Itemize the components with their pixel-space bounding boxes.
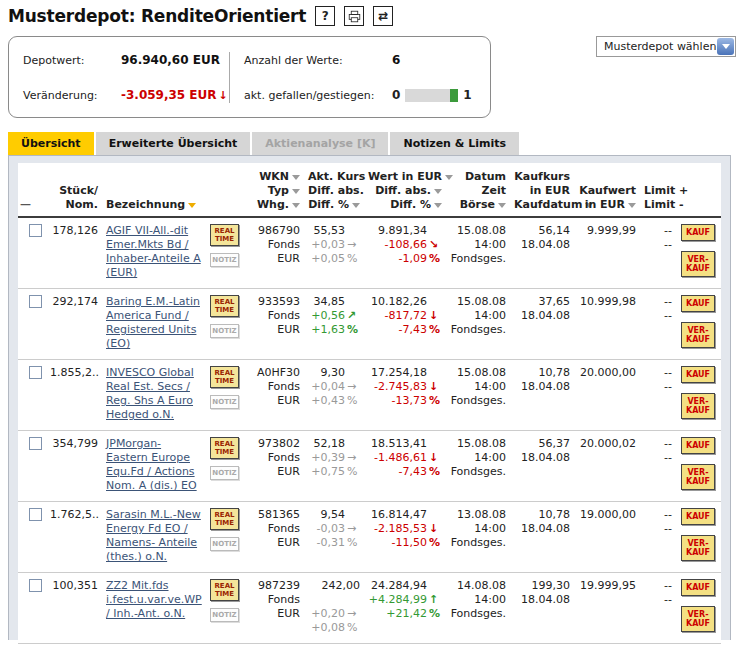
sort-kaufwert[interactable]: in EUR: [578, 198, 636, 212]
refresh-button[interactable]: ⇄: [373, 6, 393, 26]
notiz-button[interactable]: NOTIZ: [210, 324, 239, 338]
kauf-button[interactable]: KAUF: [681, 579, 715, 596]
depotwert-label: Depotwert:: [23, 54, 121, 67]
datum-cell: 15.08.08 14:00 Fondsges.: [448, 431, 512, 502]
row-checkbox[interactable]: [29, 366, 42, 379]
depot-select[interactable]: Musterdepot wählen: [596, 36, 736, 57]
datum-cell: 13.08.08 14:00 Fondsges.: [448, 502, 512, 573]
col-buttons: [208, 168, 252, 217]
kurs-cell: 55,53 +0,03→ +0,05%: [306, 217, 366, 289]
instrument-link[interactable]: Baring E.M.-Latin America Fund / Registe…: [106, 295, 200, 350]
kurs: 242,00: [322, 579, 361, 592]
verkauf-button[interactable]: VER-KAUF: [681, 393, 715, 419]
kaufwert-cell: 19.000,00: [576, 502, 642, 573]
content-frame: — Stück/ Nom. Bezeichnung WKN Typ Whg. A…: [8, 155, 731, 640]
notiz-button[interactable]: NOTIZ: [210, 537, 239, 551]
kurs-diff: +0,03: [311, 238, 345, 251]
row-checkbox[interactable]: [29, 437, 42, 450]
verkauf-button[interactable]: VER-KAUF: [681, 464, 715, 490]
shares-cell: 292,174: [48, 289, 104, 360]
sort-icon: [434, 189, 442, 194]
percent-sign: %: [345, 323, 360, 337]
tab-uebersicht[interactable]: Übersicht: [8, 132, 94, 155]
kauf-button[interactable]: KAUF: [681, 508, 715, 525]
chevron-down-icon: [722, 44, 730, 49]
kurs-pct: +0,08: [311, 621, 345, 634]
sort-whg[interactable]: Whg.: [254, 198, 300, 212]
table-row: 1.855,2.. INVESCO Global Real Est. Secs …: [18, 360, 721, 431]
wert-cell: 9.891,34 -108,66↘ -1,09%: [366, 217, 448, 289]
row-checkbox[interactable]: [29, 295, 42, 308]
instrument-link[interactable]: JPMorgan-Eastern Europe Equ.Fd / Actions…: [106, 437, 197, 492]
wert-pct: -7,43: [399, 465, 427, 478]
wert-pct: -7,43: [399, 323, 427, 336]
help-button[interactable]: ?: [315, 6, 335, 26]
sort-wert[interactable]: Wert in EUR: [368, 170, 442, 184]
sort-boerse[interactable]: Börse: [450, 198, 506, 212]
tab-erweiterte-uebersicht[interactable]: Erweiterte Übersicht: [96, 132, 251, 155]
realtime-button[interactable]: REALTIME: [210, 437, 239, 459]
select-open-button[interactable]: [717, 38, 734, 55]
table-row: 292,174 Baring E.M.-Latin America Fund /…: [18, 289, 721, 360]
kurs: 9,54: [321, 508, 346, 521]
wkn: 973802: [254, 437, 300, 451]
verkauf-button[interactable]: VER-KAUF: [681, 322, 715, 348]
row-checkbox[interactable]: [29, 224, 42, 237]
wert-cell: 16.814,47 -2.185,53↓ -11,50%: [366, 502, 448, 573]
print-button[interactable]: [344, 6, 364, 26]
tab-notizen-limits[interactable]: Notizen & Limits: [390, 132, 519, 155]
notiz-button[interactable]: NOTIZ: [210, 395, 239, 409]
sort-kurs-diff-pct[interactable]: Diff. %: [308, 198, 360, 212]
instrument-link[interactable]: INVESCO Global Real Est. Secs / Reg. Shs…: [106, 366, 194, 421]
kauf-button[interactable]: KAUF: [681, 295, 715, 312]
kauf-button[interactable]: KAUF: [681, 437, 715, 454]
kauf-button[interactable]: KAUF: [681, 224, 715, 241]
limit-cell: -- --: [642, 502, 678, 573]
limit-minus: --: [644, 522, 672, 536]
sort-typ[interactable]: Typ: [254, 184, 300, 198]
kauf-button[interactable]: KAUF: [681, 366, 715, 383]
whg: EUR: [254, 607, 300, 621]
realtime-button[interactable]: REALTIME: [210, 579, 239, 601]
select-all-dash: —: [20, 198, 31, 211]
instrument-link[interactable]: Sarasin M.L.-New Energy Fd EO / Namens- …: [106, 508, 201, 563]
row-checkbox[interactable]: [29, 579, 42, 592]
verkauf-button[interactable]: VER-KAUF: [681, 535, 715, 561]
percent-sign: %: [345, 621, 360, 635]
trend-arrow-icon: ↘: [427, 238, 442, 252]
tab-aktienanalyse[interactable]: Aktienanalyse [K]: [252, 132, 388, 155]
zeit: 14:00: [450, 309, 506, 323]
sort-wert-diff[interactable]: Diff. abs.: [368, 184, 442, 198]
kurs-cell: 9,30 +0,04→ +0,43%: [306, 360, 366, 431]
sort-icon: [628, 203, 636, 208]
col-limit: Limit + Limit -: [642, 168, 678, 217]
notiz-button[interactable]: NOTIZ: [210, 608, 239, 622]
kaufdatum: 18.04.08: [514, 593, 570, 607]
col-bezeichnung: Bezeichnung: [104, 168, 208, 217]
sort-bezeichnung[interactable]: Bezeichnung: [106, 198, 202, 212]
row-checkbox[interactable]: [29, 508, 42, 521]
col-akt-kurs: Akt. Kurs Diff. abs. Diff. %: [306, 168, 366, 217]
shares-cell: 354,799: [48, 431, 104, 502]
realtime-button[interactable]: REALTIME: [210, 295, 239, 317]
realtime-button[interactable]: REALTIME: [210, 224, 239, 246]
trend-arrow-icon: ↓: [427, 309, 442, 323]
sort-kaufdatum[interactable]: Kaufdatum: [514, 198, 570, 212]
shares-cell: 1.855,2..: [48, 360, 104, 431]
instrument-link[interactable]: AGIF VII-All.-dit Emer.Mkts Bd / Inhaber…: [106, 224, 201, 279]
verkauf-button[interactable]: VER-KAUF: [681, 251, 715, 277]
sort-icon: [445, 175, 453, 180]
notiz-button[interactable]: NOTIZ: [210, 466, 239, 480]
verkauf-button[interactable]: VER-KAUF: [681, 606, 715, 632]
kaufkurs-cell: 10,78 18.04.08: [512, 360, 576, 431]
depotwert-value: 96.940,60 EUR: [121, 53, 220, 67]
sort-wert-pct[interactable]: Diff. %: [368, 198, 442, 212]
realtime-button[interactable]: REALTIME: [210, 366, 239, 388]
trend-arrow-icon: →: [345, 380, 360, 394]
realtime-button[interactable]: REALTIME: [210, 508, 239, 530]
col-stueck: Stück/ Nom.: [48, 168, 104, 217]
notiz-button[interactable]: NOTIZ: [210, 253, 239, 267]
datum-cell: 15.08.08 14:00 Fondsges.: [448, 289, 512, 360]
sort-wkn[interactable]: WKN: [254, 170, 300, 184]
instrument-link[interactable]: ZZ2 Mit.fds i.fest.u.var.ve.WP / Inh.-An…: [106, 579, 202, 620]
